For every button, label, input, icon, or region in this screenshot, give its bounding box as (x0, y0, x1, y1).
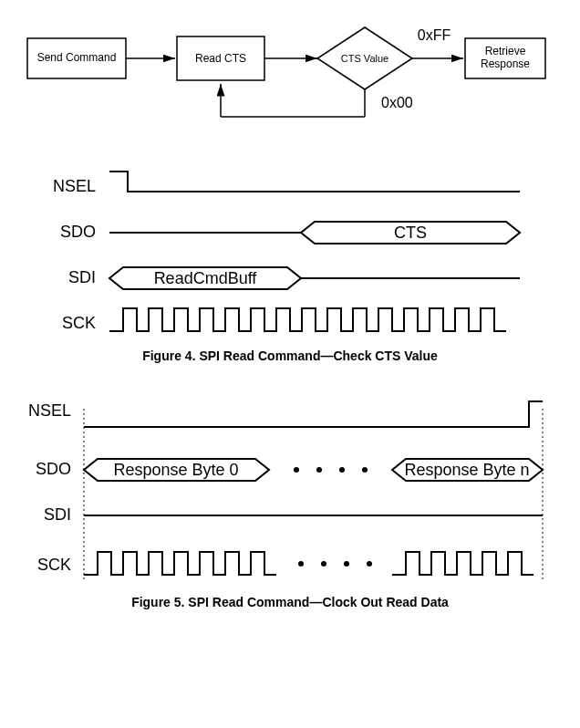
cts-value-label: CTS Value (341, 53, 388, 64)
figure-4: NSEL SDO CTS SDI ReadCmdBuff SCK Figure … (0, 146, 580, 383)
sdo-label: SDO (36, 460, 71, 478)
figure-5-caption: Figure 5. SPI Read Command—Clock Out Rea… (131, 595, 449, 609)
sdi-label: SDI (44, 505, 71, 524)
read-cts-label: Read CTS (195, 52, 246, 65)
svg-point-17 (367, 561, 372, 567)
retrieve-response-label-1: Retrieve (485, 45, 526, 57)
sdi-label: SDI (68, 268, 96, 286)
sdo-cts-text: CTS (394, 224, 427, 242)
nsel-waveform (84, 401, 543, 427)
nsel-waveform (109, 172, 520, 192)
sck-waveform-left (84, 552, 276, 575)
sck-label: SCK (62, 314, 96, 332)
sck-waveform (109, 308, 506, 331)
svg-point-12 (339, 467, 345, 473)
sdo-label: SDO (60, 223, 96, 241)
svg-point-10 (294, 467, 299, 473)
svg-point-11 (316, 467, 322, 473)
svg-point-13 (362, 467, 368, 473)
sdo-resp0-text: Response Byte 0 (113, 461, 238, 479)
nsel-label: NSEL (53, 177, 96, 195)
flowchart: Send Command Read CTS CTS Value 0xFF Ret… (0, 0, 580, 146)
svg-point-14 (298, 561, 304, 567)
nsel-label: NSEL (28, 401, 71, 420)
sck-label: SCK (37, 556, 71, 574)
svg-point-16 (344, 561, 349, 567)
retrieve-response-label-2: Response (481, 57, 530, 70)
branch-false-label: 0x00 (381, 95, 413, 110)
send-command-label: Send Command (37, 51, 117, 64)
sdi-readcmdbuff-text: ReadCmdBuff (154, 269, 258, 287)
svg-point-15 (321, 561, 326, 567)
figure-4-caption: Figure 4. SPI Read Command—Check CTS Val… (142, 348, 438, 363)
figure-5: NSEL SDO Response Byte 0 Response Byte n… (0, 383, 580, 629)
sdo-respn-text: Response Byte n (404, 461, 529, 479)
sck-waveform-right (392, 552, 533, 575)
branch-true-label: 0xFF (418, 27, 451, 43)
